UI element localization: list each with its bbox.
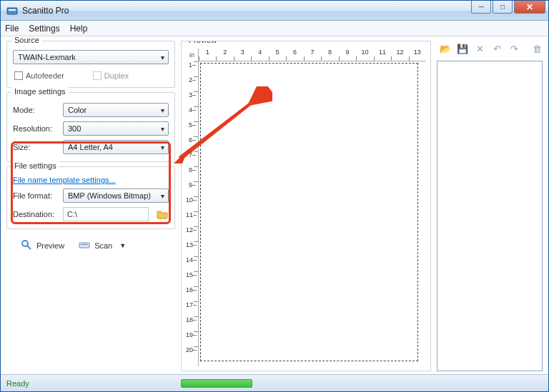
chevron-down-icon: ▼ (119, 242, 126, 249)
scan-button[interactable]: Scan ▼ (79, 239, 126, 252)
redo-icon[interactable]: ↷ (508, 43, 520, 54)
size-select[interactable]: A4 Letter, A4 (63, 140, 169, 154)
minimize-button[interactable]: ─ (471, 1, 491, 14)
preview-canvas[interactable] (199, 61, 426, 366)
size-value: A4 Letter, A4 (68, 143, 113, 151)
window-title: Scanitto Pro (22, 6, 69, 16)
checkbox-icon (14, 71, 23, 80)
delete-icon[interactable]: ✕ (474, 43, 485, 54)
preview-label: Preview (36, 241, 64, 250)
file-settings-group: File settings File name template setting… (6, 166, 175, 229)
image-settings-title: Image settings (11, 87, 69, 96)
magnifier-icon (21, 239, 32, 252)
close-button[interactable]: ✕ (514, 1, 545, 14)
ruler-tick: 1 (199, 49, 216, 61)
format-select[interactable]: BMP (Windows Bitmap) (63, 189, 169, 203)
ruler-tick: 10 (356, 49, 373, 61)
ruler-tick: 11– (186, 211, 198, 226)
ruler-tick: 11 (374, 49, 391, 61)
ruler-tick: 13 (409, 49, 426, 61)
ruler-tick: 5– (186, 121, 198, 136)
ruler-tick: 6– (186, 136, 198, 151)
ruler-tick: 14– (186, 256, 198, 271)
trash-icon[interactable]: 🗑 (531, 43, 543, 54)
ruler-tick: 9 (339, 49, 356, 61)
ruler-tick: 16– (186, 286, 198, 301)
autofeeder-checkbox[interactable]: Autofeeder (14, 71, 64, 80)
size-label: Size: (13, 143, 59, 151)
ruler-unit: in (186, 49, 199, 61)
checkbox-icon (93, 71, 102, 80)
format-label: File format: (13, 191, 59, 200)
mode-value: Color (68, 106, 86, 114)
left-panel: Source TWAIN-Lexmark Autofeeder Duplex (6, 41, 175, 371)
ruler-tick: 17– (186, 301, 198, 316)
scanner-icon (79, 239, 90, 252)
source-group: Source TWAIN-Lexmark Autofeeder Duplex (6, 41, 175, 88)
ruler-tick: 8 (321, 49, 338, 61)
menubar: File Settings Help (1, 21, 548, 36)
statusbar: Ready (1, 374, 548, 391)
thumbnail-list (437, 61, 543, 371)
ruler-tick: 3– (186, 91, 198, 106)
menu-file[interactable]: File (5, 24, 19, 34)
right-panel: 📂 💾 ✕ ↶ ↷ 🗑 (437, 41, 543, 371)
destination-label: Destination: (13, 210, 59, 218)
format-value: BMP (Windows Bitmap) (68, 191, 151, 200)
status-text: Ready (6, 379, 178, 388)
browse-folder-icon[interactable] (156, 208, 169, 221)
svg-rect-9 (81, 244, 88, 245)
ruler-tick: 2– (186, 76, 198, 91)
svg-rect-0 (7, 8, 17, 14)
ruler-tick: 12 (391, 49, 408, 61)
ruler-tick: 10– (186, 196, 198, 211)
source-select[interactable]: TWAIN-Lexmark (13, 50, 169, 64)
ruler-tick: 7– (186, 151, 198, 166)
preview-title: Preview (186, 41, 219, 44)
ruler-tick: 5 (269, 49, 286, 61)
scan-label: Scan (94, 241, 112, 250)
svg-point-6 (22, 241, 28, 246)
open-icon[interactable]: 📂 (440, 43, 451, 54)
file-settings-title: File settings (11, 161, 59, 170)
preview-panel: Preview in 12345678910111213 1–2–3–4–5–6… (181, 41, 431, 371)
destination-input[interactable]: C:\ (63, 207, 149, 221)
app-icon (6, 5, 18, 16)
progress-bar (181, 379, 252, 388)
menu-settings[interactable]: Settings (29, 24, 59, 34)
ruler-tick: 19– (186, 331, 198, 346)
mode-select[interactable]: Color (63, 103, 169, 117)
image-settings-group: Image settings Mode: Color Resolution: 3… (6, 92, 175, 162)
ruler-tick: 4 (251, 49, 268, 61)
ruler-tick: 3 (234, 49, 251, 61)
source-value: TWAIN-Lexmark (18, 53, 76, 61)
mode-label: Mode: (13, 106, 59, 114)
action-row: Preview Scan ▼ (6, 233, 175, 255)
source-group-title: Source (11, 36, 42, 44)
undo-icon[interactable]: ↶ (491, 43, 503, 54)
ruler-tick: 18– (186, 316, 198, 331)
svg-rect-1 (9, 9, 16, 11)
scan-selection[interactable] (200, 63, 418, 361)
ruler-tick: 8– (186, 166, 198, 181)
autofeeder-label: Autofeeder (26, 71, 64, 80)
ruler-tick: 9– (186, 181, 198, 196)
ruler-tick: 4– (186, 106, 198, 121)
ruler-tick: 2 (216, 49, 233, 61)
ruler-vertical: 1–2–3–4–5–6–7–8–9–10–11–12–13–14–15–16–1… (186, 61, 199, 366)
svg-rect-8 (79, 243, 89, 248)
save-icon[interactable]: 💾 (457, 43, 468, 54)
menu-help[interactable]: Help (70, 24, 88, 34)
resolution-select[interactable]: 300 (63, 121, 169, 136)
titlebar: Scanitto Pro ─ □ ✕ (1, 1, 548, 21)
thumb-toolbar: 📂 💾 ✕ ↶ ↷ 🗑 (437, 41, 543, 56)
preview-button[interactable]: Preview (21, 239, 64, 252)
ruler-tick: 6 (286, 49, 303, 61)
ruler-tick: 12– (186, 226, 198, 241)
ruler-tick: 7 (304, 49, 321, 61)
resolution-value: 300 (68, 124, 81, 133)
resolution-label: Resolution: (13, 124, 59, 133)
maximize-button[interactable]: □ (493, 1, 513, 14)
template-settings-link[interactable]: File name template settings... (13, 176, 116, 184)
preview-group: Preview in 12345678910111213 1–2–3–4–5–6… (181, 41, 431, 371)
